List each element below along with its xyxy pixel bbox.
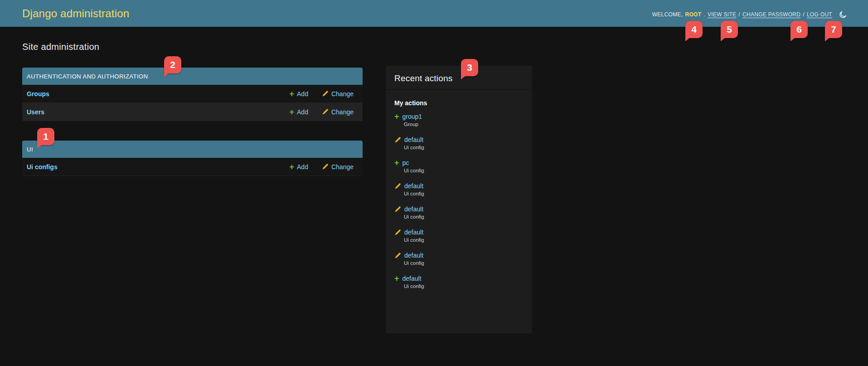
- som-mark-5: 5: [721, 21, 738, 38]
- log-out-link[interactable]: LOG OUT: [807, 11, 832, 18]
- add-plus-icon: +: [394, 160, 399, 166]
- change-label: Change: [331, 163, 354, 171]
- add-label: Add: [297, 108, 308, 116]
- change-link-groups[interactable]: Change: [322, 90, 354, 98]
- recent-action-link-1[interactable]: default: [404, 136, 423, 143]
- module-ui: UI Ui configs +Add Change: [22, 141, 363, 176]
- add-link-ui-configs[interactable]: +Add: [290, 163, 308, 171]
- recent-action-type: Ui config: [404, 214, 524, 220]
- recent-action-line: default: [394, 136, 524, 143]
- add-link-users[interactable]: +Add: [290, 108, 308, 116]
- row-actions-groups: +Add Change: [290, 90, 354, 98]
- change-pencil-icon: [322, 163, 329, 170]
- user-tools: WELCOME, ROOT. VIEW SITE / CHANGE PASSWO…: [652, 0, 847, 29]
- username-period: .: [703, 11, 705, 18]
- module-caption-ui: UI: [22, 141, 363, 158]
- recent-action-type: Ui config: [404, 191, 524, 196]
- separator: /: [738, 11, 740, 18]
- recent-action-link-7[interactable]: default: [402, 275, 422, 282]
- row-actions-ui-configs: +Add Change: [290, 163, 354, 171]
- recent-action-item: default Ui config: [394, 205, 524, 220]
- change-pencil-icon: [322, 108, 329, 115]
- add-label: Add: [297, 90, 308, 98]
- add-link-groups[interactable]: +Add: [290, 90, 308, 98]
- model-link-users[interactable]: Users: [27, 108, 44, 116]
- change-pencil-icon: [394, 252, 401, 259]
- recent-action-item: + default Ui config: [394, 275, 524, 289]
- som-mark-7: 7: [825, 21, 842, 38]
- recent-action-link-3[interactable]: default: [404, 182, 423, 190]
- recent-action-type: Ui config: [404, 237, 524, 243]
- recent-action-item: default Ui config: [394, 136, 524, 150]
- add-plus-icon: +: [290, 109, 295, 115]
- add-plus-icon: +: [290, 164, 295, 170]
- recent-action-type: Group: [404, 122, 524, 127]
- add-plus-icon: +: [394, 113, 399, 120]
- change-pencil-icon: [394, 206, 401, 213]
- recent-action-type: Ui config: [404, 283, 524, 289]
- recent-actions-list: + group1 Group default Ui config + pc Ui…: [386, 113, 532, 289]
- my-actions-heading: My actions: [394, 99, 524, 107]
- som-mark-4: 4: [685, 21, 703, 38]
- recent-actions-panel: Recent actions My actions + group1 Group…: [386, 66, 532, 333]
- recent-action-line: default: [394, 205, 524, 213]
- model-row-ui-configs: Ui configs +Add Change: [22, 158, 363, 176]
- change-link-ui-configs[interactable]: Change: [322, 163, 354, 171]
- model-link-groups[interactable]: Groups: [27, 90, 49, 98]
- recent-action-link-0[interactable]: group1: [402, 113, 422, 120]
- recent-action-item: + group1 Group: [394, 113, 524, 127]
- recent-action-link-2[interactable]: pc: [402, 159, 409, 166]
- header-bar: Django administration WELCOME, ROOT. VIE…: [0, 0, 868, 27]
- change-password-link[interactable]: CHANGE PASSWORD: [742, 11, 800, 18]
- model-link-ui-configs[interactable]: Ui configs: [27, 163, 58, 171]
- module-caption-authentication: AUTHENTICATION AND AUTHORIZATION: [22, 68, 363, 85]
- add-label: Add: [297, 163, 308, 171]
- change-pencil-icon: [322, 90, 329, 97]
- recent-action-line: + default: [394, 275, 524, 282]
- change-pencil-icon: [394, 183, 401, 190]
- add-plus-icon: +: [290, 91, 295, 97]
- change-label: Change: [331, 108, 354, 116]
- recent-action-line: default: [394, 252, 524, 259]
- django-admin-page: Django administration WELCOME, ROOT. VIE…: [0, 0, 868, 366]
- recent-action-line: + pc: [394, 159, 524, 166]
- som-mark-3: 3: [461, 59, 478, 76]
- recent-action-type: Ui config: [404, 260, 524, 266]
- recent-action-type: Ui config: [404, 145, 524, 150]
- som-mark-1: 1: [37, 128, 54, 145]
- change-label: Change: [331, 90, 354, 98]
- site-name-link[interactable]: Django administration: [22, 0, 129, 27]
- separator: /: [803, 11, 805, 18]
- recent-action-item: default Ui config: [394, 252, 524, 266]
- model-row-users: Users +Add Change: [22, 103, 363, 121]
- username-text: ROOT: [685, 11, 701, 18]
- recent-action-line: + group1: [394, 113, 524, 120]
- recent-actions-title: Recent actions: [386, 66, 532, 90]
- change-pencil-icon: [394, 137, 401, 143]
- add-plus-icon: +: [394, 275, 399, 282]
- change-link-users[interactable]: Change: [322, 108, 354, 116]
- welcome-text: WELCOME,: [652, 11, 683, 18]
- module-authentication: AUTHENTICATION AND AUTHORIZATION Groups …: [22, 68, 363, 121]
- som-mark-2: 2: [164, 56, 181, 73]
- row-actions-users: +Add Change: [290, 108, 354, 116]
- theme-toggle-button[interactable]: [839, 10, 847, 19]
- recent-action-link-6[interactable]: default: [404, 252, 423, 259]
- recent-action-link-4[interactable]: default: [404, 205, 423, 213]
- recent-action-item: + pc Ui config: [394, 159, 524, 173]
- change-pencil-icon: [394, 229, 401, 236]
- recent-action-item: default Ui config: [394, 182, 524, 196]
- view-site-link[interactable]: VIEW SITE: [708, 11, 736, 18]
- recent-action-link-5[interactable]: default: [404, 229, 423, 236]
- recent-action-item: default Ui config: [394, 229, 524, 243]
- som-mark-6: 6: [790, 21, 808, 38]
- recent-action-line: default: [394, 182, 524, 190]
- page-title: Site administration: [22, 42, 99, 52]
- recent-action-line: default: [394, 229, 524, 236]
- model-row-groups: Groups +Add Change: [22, 85, 363, 103]
- recent-action-type: Ui config: [404, 168, 524, 173]
- moon-icon: [839, 10, 847, 19]
